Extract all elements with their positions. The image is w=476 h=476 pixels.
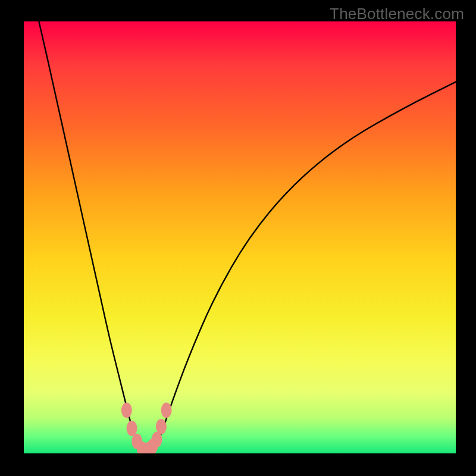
outer-frame: TheBottleneck.com xyxy=(0,0,476,476)
marker-dot xyxy=(156,419,167,434)
optimal-range-markers xyxy=(121,402,172,453)
plot-area xyxy=(24,21,456,453)
chart-svg xyxy=(24,21,456,453)
marker-dot xyxy=(127,421,137,436)
marker-dot xyxy=(161,402,172,418)
watermark-text: TheBottleneck.com xyxy=(330,5,464,23)
marker-dot xyxy=(121,402,132,418)
bottleneck-curve xyxy=(24,21,456,451)
